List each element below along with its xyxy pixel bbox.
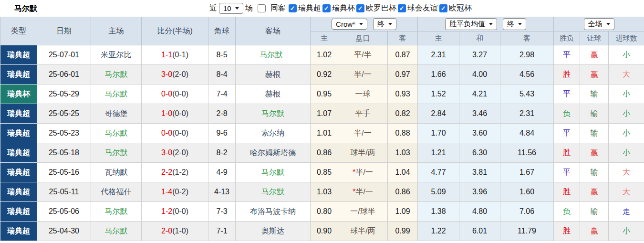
home-team-cell[interactable]: 马尔默 [91,143,142,163]
home-team-name[interactable]: 米亚尔比 [101,51,132,59]
home-team-name[interactable]: 瓦纳默 [105,168,128,176]
odds-home-cell: 0.80 [311,202,338,222]
home-team-name[interactable]: 马尔默 [105,207,128,215]
score-cell: 1-4(0-2) [142,182,208,202]
match-row: 瑞典超 25-05-16 瓦纳默 2-2(1-2) 4-9 马尔默 0.85 *… [0,163,644,182]
home-team-name[interactable]: 马尔默 [105,227,128,235]
odds-away-cell: 0.93 [388,85,418,104]
away-team-name[interactable]: 赫根 [265,70,280,78]
home-team-cell[interactable]: 米亚尔比 [91,45,142,65]
odds-company-select[interactable]: Crow* [332,19,367,30]
avg-lose-cell: 4.56 [500,65,554,85]
odds-home-cell: 1.03 [311,182,338,202]
corner-cell: 8-5 [208,45,236,65]
handicap-cell: 球半/两 [338,222,388,241]
home-team-cell[interactable]: 马尔默 [91,65,142,85]
odds-away-cell: 1.04 [388,163,418,182]
home-team-cell[interactable]: 马尔默 [91,222,142,241]
recent-count-select[interactable]: 10 [219,3,243,14]
halftime-score: (0-2) [172,188,188,196]
league-filter[interactable]: ✓ 欧罗巴杯 [355,3,397,13]
league-label: 瑞典杯 [332,3,355,13]
league-filter[interactable]: ✓ 欧冠杯 [438,3,472,13]
league-filter[interactable]: ✓ 瑞典超 [288,3,322,13]
away-team-cell[interactable]: 奥斯达 [236,222,311,241]
home-team-cell[interactable]: 马尔默 [91,124,142,143]
home-team-cell[interactable]: 哥德堡 [91,104,142,124]
home-team-cell[interactable]: 瓦纳默 [91,163,142,182]
handicap-result-cell: 赢 [580,45,609,65]
away-team-name[interactable]: 马尔默 [261,188,284,196]
league-filter[interactable]: ✓ 球会友谊 [397,3,438,13]
league-type-cell: 瑞典杯 [0,85,37,104]
mean-type-select[interactable]: 胜平负均值 [445,18,497,30]
match-row: 瑞典杯 25-05-29 马尔默 0-0(0-0) 7-4 赫根 0.95 一球… [0,85,644,104]
odds-home-cell: 1.07 [311,104,338,124]
date-cell: 25-05-29 [37,85,91,104]
league-checkbox[interactable]: ✓ [356,4,364,12]
league-filter[interactable]: ✓ 瑞典杯 [322,3,355,13]
league-checkbox[interactable]: ✓ [289,4,297,12]
halftime-score: (0-0) [172,207,188,215]
fulltime-score: 0-0 [161,129,172,137]
same-venue-checkbox[interactable] [258,4,266,12]
away-team-cell[interactable]: 马尔默 [236,163,311,182]
avg-lose-cell: 5.43 [500,85,554,104]
away-team-cell[interactable]: 马尔默 [236,104,311,124]
corner-cell: 9-6 [208,124,236,143]
away-team-cell[interactable]: 索尔纳 [236,124,311,143]
scope-select[interactable]: 全场 [584,18,614,30]
date-cell: 25-06-01 [37,65,91,85]
league-checkbox[interactable]: ✓ [322,4,331,12]
avg-draw-cell: 4.80 [459,202,500,222]
score-cell: 2-0(1-0) [142,222,208,241]
scope-header-group: 全场 [554,17,644,32]
home-team-cell[interactable]: 代格福什 [91,182,142,202]
away-team-name[interactable]: 哈尔姆斯塔德 [250,148,296,157]
home-team-name[interactable]: 马尔默 [105,148,128,157]
chevron-down-icon [359,23,363,25]
away-team-name[interactable]: 马尔默 [261,168,284,176]
goals-result-cell: 大 [609,182,644,202]
league-type-cell: 瑞典超 [0,143,37,163]
sub-header-goals: 进球数 [609,32,644,45]
home-team-name[interactable]: 马尔默 [105,90,128,98]
home-team-name[interactable]: 代格福什 [101,188,132,196]
odds-state-select[interactable]: 终 [373,18,396,30]
handicap-value: 一球 [355,90,371,98]
halftime-score: (1-0) [172,227,188,235]
handicap-result-cell: 输 [580,124,609,143]
away-team-name[interactable]: 布洛马波卡纳 [250,207,296,215]
away-team-cell[interactable]: 赫根 [236,85,311,104]
league-type-cell: 瑞典超 [0,182,37,202]
away-team-name[interactable]: 马尔默 [261,109,284,117]
mean-state-select[interactable]: 终 [503,18,526,30]
fulltime-score: 3-0 [161,148,172,157]
away-team-name[interactable]: 马尔默 [260,51,283,59]
col-header-score: 比分(半场) [142,17,208,45]
avg-lose-cell: 4.84 [500,124,554,143]
away-team-cell[interactable]: 哈尔姆斯塔德 [236,143,311,163]
away-team-cell[interactable]: 布洛马波卡纳 [236,202,311,222]
avg-lose-cell: 1.67 [500,163,554,182]
corner-cell: 4-9 [208,163,236,182]
result-cell: 负 [554,104,580,124]
home-team-name[interactable]: 马尔默 [105,129,128,137]
halftime-score: (0-0) [172,109,188,117]
handicap-value: 球半/两 [350,227,375,235]
league-checkbox[interactable]: ✓ [398,4,406,12]
home-team-cell[interactable]: 马尔默 [91,85,142,104]
away-team-name[interactable]: 索尔纳 [261,129,284,137]
same-venue-label: 同客 [270,3,286,13]
result-cell: 胜 [554,143,580,163]
league-checkbox[interactable]: ✓ [439,4,447,12]
away-team-cell[interactable]: 马尔默 [236,182,311,202]
halftime-score: (0-0) [172,129,188,137]
home-team-name[interactable]: 哥德堡 [105,109,128,117]
away-team-cell[interactable]: 马尔默 [236,45,311,65]
away-team-cell[interactable]: 赫根 [236,65,311,85]
away-team-name[interactable]: 赫根 [265,90,280,98]
away-team-name[interactable]: 奥斯达 [261,227,284,235]
home-team-name[interactable]: 马尔默 [105,70,128,78]
home-team-cell[interactable]: 马尔默 [91,202,142,222]
